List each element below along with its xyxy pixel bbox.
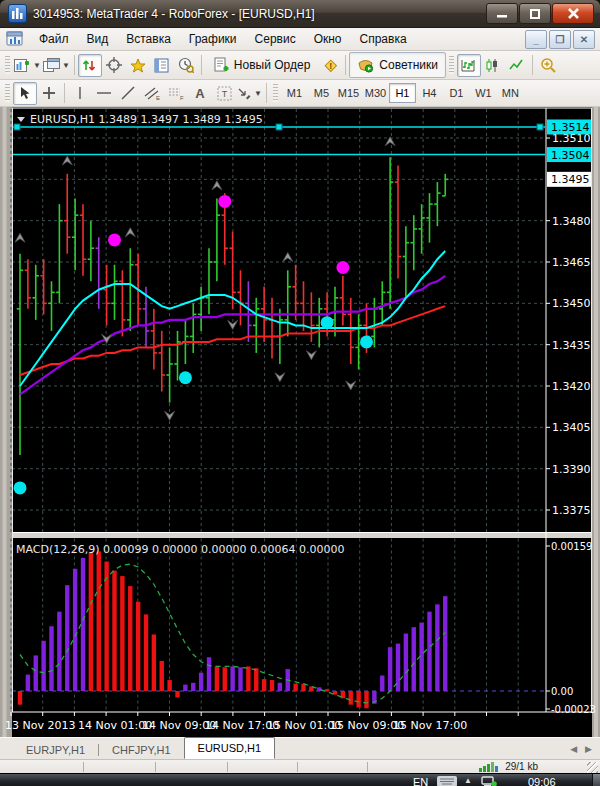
tab-scroll-right-icon[interactable]: ▶ [585,744,592,754]
fibonacci-button[interactable]: F [164,82,188,105]
toolbar-grip[interactable] [273,84,278,102]
experts-button[interactable]: Советники [349,52,446,78]
magenta-dot-marker [336,261,349,274]
tab-scroll-left-icon[interactable]: ◀ [570,744,577,754]
show-desktop-button[interactable] [592,774,600,786]
menu-item-insert[interactable]: Вставка [117,30,180,48]
timeframe-mn-button[interactable]: MN [497,83,524,103]
price-box-label: 1.3504 [551,149,590,162]
close-button[interactable] [552,3,594,24]
timeframe-h4-button[interactable]: H4 [416,83,443,103]
data-window-button[interactable] [150,54,174,77]
strategy-tester-button[interactable] [174,54,198,77]
timeframe-m5-button[interactable]: M5 [308,83,335,103]
status-separator [227,762,228,772]
menu-item-view[interactable]: Вид [78,30,118,48]
price-tick-label: 1.3405 [552,421,591,434]
language-indicator[interactable]: EN [413,776,428,786]
vertical-line-button[interactable] [68,82,92,105]
price-tick-label: 1.3435 [552,339,591,352]
hline-handle[interactable] [276,124,282,130]
tray-expand-icon[interactable]: ▲ [464,776,472,785]
timeframe-w1-button[interactable]: W1 [470,83,497,103]
toolbar-separator [345,55,346,75]
chart-tab-eurusd[interactable]: EURUSD,H1 [184,737,276,759]
network-icon[interactable] [481,776,497,786]
cyan-dot-marker [179,371,192,384]
timeframe-m1-button[interactable]: M1 [281,83,308,103]
title-bar[interactable]: 3014953: MetaTrader 4 - RoboForex - [EUR… [0,0,600,28]
toolbar-separator [266,83,267,103]
chart-canvas[interactable]: 1.35101.34801.34651.34501.34351.34201.34… [0,107,600,737]
new-chart-button[interactable]: ▼ [13,54,42,77]
tick-chart-toggle[interactable] [78,54,102,77]
tab-items: EURJPY,H1CHFJPY,H1EURUSD,H1 [13,737,275,759]
chart-tab-bar: EURJPY,H1CHFJPY,H1EURUSD,H1 ◀ ▶ [0,737,600,759]
macd-header: MACD(12,26,9) 0.00099 0.00000 0.00000 0.… [16,543,344,556]
resize-grip[interactable] [587,762,598,773]
horizontal-line-button[interactable] [92,82,116,105]
hline-handle[interactable] [537,124,543,130]
status-separator [297,762,298,772]
price-tick-label: 1.3390 [552,463,591,476]
timeframe-h1-button[interactable]: H1 [389,83,416,103]
zoom-in-button[interactable] [536,54,560,77]
status-separator [367,762,368,772]
toolbar-grip[interactable] [5,56,10,74]
svg-text:!: ! [329,61,332,71]
price-tick-label: 1.3465 [552,256,591,269]
minimize-button[interactable] [486,3,518,24]
chart-tab-eurjpy[interactable]: EURJPY,H1 [13,741,98,759]
taskbar-clock[interactable]: 09:06 [528,776,556,786]
menu-item-help[interactable]: Справка [351,30,416,48]
menu-item-service[interactable]: Сервис [246,30,305,48]
toolbar-separator [201,55,202,75]
text-button[interactable]: A [188,82,212,105]
keyboard-icon[interactable] [437,776,457,786]
cyan-dot-marker [14,481,27,494]
crosshair-target-button[interactable] [102,54,126,77]
chart-tab-chfjpy[interactable]: CHFJPY,H1 [99,741,183,759]
mdi-minimize-button[interactable]: _ [525,30,547,49]
chart-profiles-button[interactable]: ▼ [42,54,71,77]
svg-text:E: E [156,95,160,101]
timeframe-m15-button[interactable]: M15 [335,83,362,103]
pane-splitter[interactable] [12,533,592,539]
os-taskbar: EN ▲ 09:06 [0,773,600,786]
macd-tick-label: -0.00023 [551,704,596,715]
cursor-button[interactable] [13,82,37,105]
price-tick-label: 1.3450 [552,297,591,310]
text-label-button[interactable]: T [212,82,236,105]
toolbar-grip[interactable] [449,56,454,74]
favorites-button[interactable] [126,54,150,77]
timeframe-m30-button[interactable]: M30 [362,83,389,103]
menu-item-window[interactable]: Окно [305,30,351,48]
equidistant-channel-button[interactable]: E [140,82,164,105]
mdi-close-button[interactable]: ✕ [573,30,595,49]
arrows-shapes-button[interactable]: ▼ [236,82,263,105]
timeframe-d1-button[interactable]: D1 [443,83,470,103]
toolbar-grip[interactable] [5,84,10,102]
chart-line-button[interactable] [505,54,529,77]
chart-bars-button[interactable] [457,54,481,77]
new-order-button[interactable]: Новый Ордер [205,52,318,78]
chart-candles-button[interactable] [481,54,505,77]
magenta-dot-marker [108,233,121,246]
menu-item-charts[interactable]: Графики [180,30,246,48]
status-bar: 29/1 kb [0,759,600,774]
alerts-icon[interactable]: ! [318,54,342,77]
status-separator [155,762,156,772]
time-axis-label: 15 Nov 17:00 [393,719,467,732]
metatrader-window: 3014953: MetaTrader 4 - RoboForex - [EUR… [0,0,600,786]
trendline-button[interactable] [116,82,140,105]
new-order-label: Новый Ордер [234,58,310,72]
menu-items: ФайлВидВставкаГрафикиСервисОкноСправка [30,30,416,48]
mdi-restore-button[interactable]: ❐ [549,30,571,49]
menu-item-file[interactable]: Файл [30,30,78,48]
window-title: 3014953: MetaTrader 4 - RoboForex - [EUR… [33,7,485,21]
maximize-button[interactable] [519,3,551,24]
price-box-label: 1.3514 [551,121,590,134]
crosshair-button[interactable] [37,82,61,105]
price-tick-label: 1.3420 [552,380,591,393]
hline-handle[interactable] [14,124,20,130]
